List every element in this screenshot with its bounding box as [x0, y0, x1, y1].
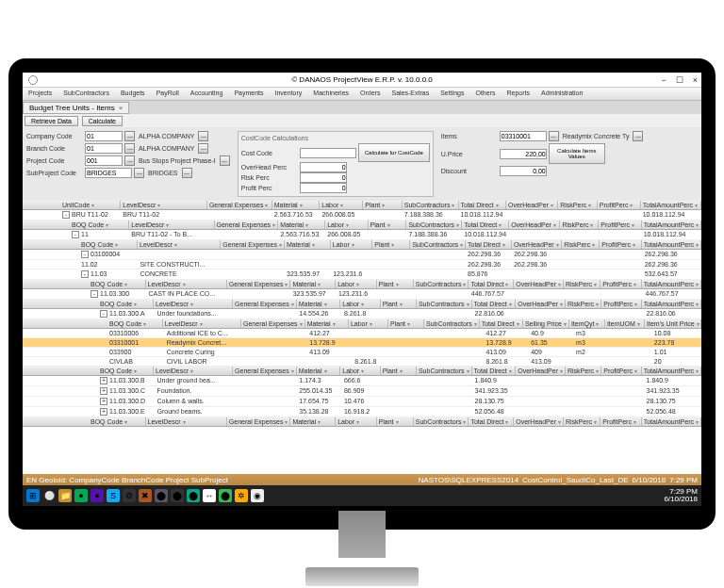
grid-item-row[interactable]: 033900 Concrete Curing 413.09 413.09 409… [23, 348, 701, 357]
data-grid[interactable]: UnitCode▾ LevelDescr▾ General Expenses▾ … [23, 201, 701, 502]
explorer-icon[interactable]: 📁 [58, 489, 72, 502]
branch-lookup-icon[interactable]: ⋯ [124, 143, 135, 154]
expander-icon[interactable]: + [100, 387, 107, 395]
expander-icon[interactable]: - [81, 251, 89, 258]
status-date: 6/10/2018 [633, 476, 666, 484]
app-icon-6[interactable]: ⬤ [171, 489, 184, 502]
close-button[interactable]: × [693, 75, 698, 85]
branch-label: Branch Code [26, 145, 83, 152]
subproject-name: BRIDGES [146, 170, 180, 176]
grid-row[interactable]: +11.03.300.D Column & walls. 17.654.75 1… [23, 397, 701, 407]
retrieve-button[interactable]: Retrieve Data [25, 116, 78, 126]
expander-icon[interactable]: + [100, 398, 107, 405]
calc-items-button[interactable]: Calculate Items Values [549, 143, 605, 164]
costcode-input[interactable] [300, 148, 356, 158]
menu-machineries[interactable]: Machineries [307, 88, 354, 100]
costcode-calc-box: CostCode Calculations Cost CodeCalculate… [238, 131, 434, 197]
menu-accounting[interactable]: Accounting [185, 88, 229, 100]
menu-budgets[interactable]: Budgets [115, 88, 151, 100]
app-icon-5[interactable]: ⬤ [155, 489, 168, 502]
menu-subcontractors[interactable]: SubContractors [58, 88, 115, 100]
tab-label: Budget Tree Units - Items [29, 104, 115, 112]
expander-icon[interactable]: - [62, 211, 70, 219]
app-icon-7[interactable]: ⬤ [187, 489, 200, 502]
item-lookup-icon[interactable]: ⋯ [549, 131, 559, 141]
app-icon-8[interactable]: ⬤ [219, 489, 232, 502]
menu-others[interactable]: Others [469, 88, 501, 100]
menu-administration[interactable]: Administration [535, 88, 588, 100]
minimize-button[interactable]: − [661, 75, 666, 85]
menu-projects[interactable]: Projects [23, 88, 58, 100]
calc-costcode-button[interactable]: Calculate for CostCode [358, 143, 430, 162]
grid-item-row[interactable]: CIVLAB CIVIL LABOR 8.261.8 8.261.8 413.0… [23, 357, 701, 367]
screen: © DANAOS ProjectView E.R.P. v. 10.0.0.0 … [23, 73, 701, 506]
menu-reports[interactable]: Reports [501, 88, 535, 100]
grid-row[interactable]: -11.03.300.A Under foundations... 14.554… [23, 309, 701, 319]
grid-row[interactable]: +11.03.300.C Foundation. 255.014.35 86.9… [23, 386, 701, 397]
subproject-label: SubProject Code [26, 170, 83, 176]
item-lookup2-icon[interactable]: ⋯ [633, 131, 643, 141]
company-lookup2-icon[interactable]: ⋯ [198, 131, 208, 141]
expander-icon[interactable]: + [100, 408, 107, 416]
item-code-input[interactable] [500, 131, 547, 141]
calculate-button[interactable]: Calculate [82, 116, 123, 126]
risk-input[interactable] [300, 172, 347, 183]
menu-orders[interactable]: Orders [354, 88, 386, 100]
grid-row[interactable]: -11 BRU T11-02 - To B... 2.563.716.53 26… [23, 230, 701, 240]
overhead-input[interactable] [300, 162, 347, 172]
company-code-input[interactable] [85, 131, 123, 141]
clock[interactable]: 7:29 PM6/10/2018 [664, 488, 698, 503]
grid-row[interactable]: -BRU T11-02 BRU T11-02 2.563.716.53 266.… [23, 210, 701, 220]
chrome-icon[interactable]: ◉ [251, 489, 264, 502]
maximize-button[interactable]: ☐ [676, 75, 683, 85]
profit-input[interactable] [300, 183, 347, 193]
branch-lookup2-icon[interactable]: ⋯ [198, 143, 208, 154]
window-titlebar: © DANAOS ProjectView E.R.P. v. 10.0.0.0 … [23, 73, 701, 88]
expander-icon[interactable]: - [72, 231, 79, 238]
grid-row[interactable]: +11.03.300.B Under ground bea... 1.174.3… [23, 376, 701, 386]
app-icon [28, 75, 38, 85]
grid-row[interactable]: -11.03 CONCRETE 323.535.97 123.231.6 85.… [23, 270, 701, 280]
start-button[interactable]: ⊞ [26, 489, 40, 502]
app-icon-3[interactable]: ⚙ [123, 489, 136, 502]
uprice-input[interactable] [500, 149, 547, 159]
app-icon-4[interactable]: ✖ [139, 489, 152, 502]
grid-row[interactable]: 11.02 SITE CONSTRUCTI... 262.298.36 262.… [23, 260, 701, 270]
grid-item-row[interactable]: 03310006 Additional ICE to C... 412.27 4… [23, 329, 701, 338]
grid-row[interactable]: -03100004 262.298.36 262.298.36 262.298.… [23, 250, 701, 260]
menu-settings[interactable]: Settings [435, 88, 469, 100]
subproject-lookup-icon[interactable]: ⋯ [134, 168, 144, 178]
menu-payments[interactable]: Payments [228, 88, 269, 100]
tab-budget-tree[interactable]: Budget Tree Units - Items × [23, 102, 129, 114]
menu-inventory[interactable]: Inventory [270, 88, 308, 100]
expander-icon[interactable]: - [90, 290, 98, 298]
grid-row[interactable]: -11.03.300 CAST IN PLACE CO... 323.535.9… [23, 289, 701, 300]
project-code-input[interactable] [85, 155, 123, 166]
expander-icon[interactable]: - [81, 270, 89, 278]
teamviewer-icon[interactable]: ↔ [203, 489, 216, 502]
costcode-label: Cost Code [241, 150, 298, 156]
company-label: Company Code [26, 133, 83, 139]
branch-code-input[interactable] [85, 143, 123, 154]
project-lookup-icon[interactable]: ⋯ [124, 155, 135, 166]
status-time: 7:29 PM [669, 476, 698, 484]
toolbar: Retrieve Data Calculate [23, 114, 701, 127]
subproject-code-input[interactable] [85, 168, 132, 178]
company-lookup-icon[interactable]: ⋯ [124, 131, 135, 141]
grid-row[interactable]: +11.03.300.E Ground beams. 35.138.28 16.… [23, 407, 701, 417]
grid-item-row[interactable]: 03310001 Readymix Concret... 13.728.9 13… [23, 338, 701, 348]
tab-close-icon[interactable]: × [119, 104, 123, 112]
expander-icon[interactable]: - [100, 310, 107, 318]
project-label: Project Code [26, 157, 83, 164]
expander-icon[interactable]: + [100, 377, 107, 384]
project-lookup2-icon[interactable]: ⋯ [220, 155, 230, 166]
subproject-lookup2-icon[interactable]: ⋯ [182, 168, 192, 178]
app-icon-2[interactable]: ● [90, 489, 104, 502]
menu-salesextras[interactable]: Sales-Extras [386, 88, 435, 100]
app-icon-9[interactable]: ✲ [235, 489, 248, 502]
search-icon[interactable]: ⚪ [42, 489, 56, 502]
menu-payroll[interactable]: PayRoll [151, 88, 185, 100]
discount-input[interactable] [500, 166, 547, 176]
app-icon-1[interactable]: ● [74, 489, 88, 502]
skype-icon[interactable]: S [107, 489, 120, 502]
